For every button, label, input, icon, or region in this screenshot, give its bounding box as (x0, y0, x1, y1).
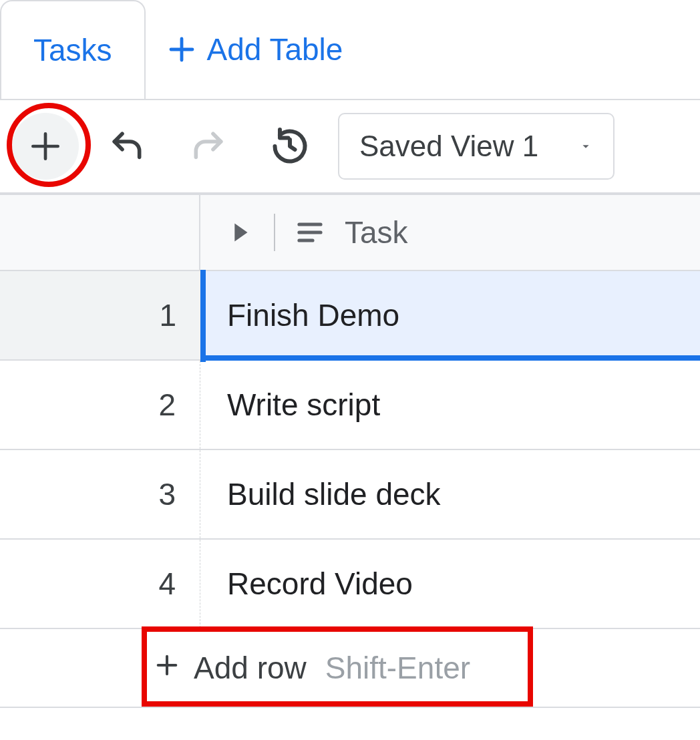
table-row[interactable]: 4Record Video (0, 540, 700, 629)
toolbar: Saved View 1 (0, 99, 700, 194)
separator (274, 214, 275, 251)
select-all-cell[interactable] (0, 195, 200, 270)
saved-view-selector[interactable]: Saved View 1 (338, 113, 615, 180)
column-header-task[interactable]: Task (200, 195, 700, 270)
tab-tasks-label: Tasks (33, 32, 112, 68)
row-number-cell[interactable]: 2 (0, 361, 200, 449)
task-cell[interactable]: Build slide deck (200, 450, 700, 538)
add-row-hint: Shift-Enter (325, 650, 470, 686)
row-number-cell[interactable]: 1 (0, 271, 200, 359)
table-row[interactable]: 1Finish Demo (0, 271, 700, 361)
column-header-label: Task (345, 214, 408, 250)
task-cell[interactable]: Finish Demo (200, 271, 700, 359)
new-row-button[interactable] (12, 113, 79, 180)
plus-icon (27, 128, 64, 165)
table-row[interactable]: 2Write script (0, 361, 700, 450)
undo-button[interactable] (94, 113, 160, 180)
tab-tasks[interactable]: Tasks (0, 0, 146, 99)
plus-icon (154, 650, 180, 686)
add-table-label: Add Table (207, 31, 343, 67)
redo-icon (190, 128, 227, 165)
task-cell[interactable]: Record Video (200, 540, 700, 628)
table-header-row: Task (0, 195, 700, 271)
add-row-button[interactable]: Add row Shift-Enter (0, 629, 700, 708)
row-number-cell[interactable]: 3 (0, 450, 200, 538)
history-icon (270, 126, 310, 166)
redo-button[interactable] (175, 113, 242, 180)
version-history-button[interactable] (256, 113, 323, 180)
row-number-cell[interactable]: 4 (0, 540, 200, 628)
undo-icon (108, 128, 146, 165)
chevron-down-icon (578, 139, 593, 154)
task-cell[interactable]: Write script (200, 361, 700, 449)
add-row-label: Add row (194, 650, 307, 686)
table-row[interactable]: 3Build slide deck (0, 450, 700, 540)
table: Task 1Finish Demo2Write script3Build sli… (0, 194, 700, 708)
saved-view-label: Saved View 1 (359, 130, 538, 163)
plus-icon (166, 33, 198, 65)
add-table-button[interactable]: Add Table (146, 0, 387, 99)
text-column-icon (294, 216, 326, 248)
expand-icon (224, 217, 255, 248)
